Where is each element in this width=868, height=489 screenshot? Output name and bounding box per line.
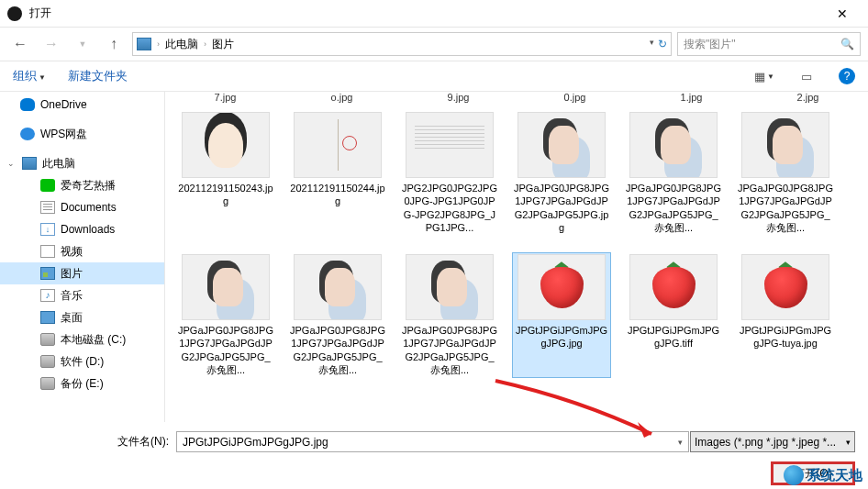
file-thumbnail[interactable]: JPGtJPGiJPGmJPGgJPG-tuya.jpg <box>736 252 835 378</box>
file-thumbnail[interactable]: JPGaJPG0JPG8JPG1JPG7JPGaJPGdJPG2JPGaJPG5… <box>736 110 835 236</box>
cutoff-row: 7.jpgo.jpg9.jpg0.jpg1.jpg2.jpg <box>172 92 861 103</box>
thumbnail-caption: JPGaJPG0JPG8JPG1JPG7JPGaJPGdJPG2JPGaJPG5… <box>514 182 609 234</box>
organize-menu[interactable]: 组织▼ <box>13 68 46 84</box>
watermark: 系统天地 <box>784 465 862 485</box>
file-thumbnail[interactable]: JPGtJPGiJPGmJPGgJPG.jpg <box>512 252 611 378</box>
download-icon <box>40 223 55 236</box>
iqiyi-icon <box>40 179 55 192</box>
thumbnail-image <box>517 254 606 320</box>
search-input[interactable]: 搜索"图片" 🔍 <box>677 32 861 56</box>
file-thumbnail[interactable]: 202112191150243.jpg <box>176 110 275 236</box>
thumbnail-caption: JPGaJPG0JPG8JPG1JPG7JPGaJPGdJPG2JPGaJPG5… <box>290 324 385 376</box>
thumbnail-caption: JPGtJPGiJPGmJPGgJPG.jpg <box>514 324 609 350</box>
up-button[interactable]: ↑ <box>101 32 127 56</box>
cutoff-label: 9.jpg <box>413 92 504 103</box>
chevron-right-icon: › <box>157 39 160 49</box>
cutoff-label: 2.jpg <box>762 92 853 103</box>
thumbnail-caption: JPG2JPG0JPG2JPG0JPG-JPG1JPG0JPG-JPG2JPG8… <box>402 182 497 234</box>
sidebar-onedrive[interactable]: OneDrive <box>0 94 164 116</box>
thumbnail-image <box>182 112 270 178</box>
globe-icon <box>784 465 804 485</box>
sidebar-pictures[interactable]: 图片 <box>0 262 164 284</box>
sidebar-music[interactable]: 音乐 <box>0 284 164 306</box>
sidebar-drive-c[interactable]: 本地磁盘 (C:) <box>0 328 164 350</box>
thumbnail-image <box>294 112 382 178</box>
thumbnail-image <box>406 254 494 320</box>
desktop-icon <box>40 311 55 324</box>
file-thumbnail[interactable]: JPGtJPGiJPGmJPGgJPG.tiff <box>624 252 723 378</box>
file-thumbnail[interactable]: JPGaJPG0JPG8JPG1JPG7JPGaJPGdJPG2JPGaJPG5… <box>512 110 611 236</box>
preview-pane-button[interactable]: ▭ <box>796 68 817 84</box>
drive-icon <box>40 377 55 390</box>
filetype-filter[interactable]: Images (*.png *.jpg *.jpeg *...▾ <box>690 431 855 452</box>
thumbnail-caption: JPGtJPGiJPGmJPGgJPG.tiff <box>626 324 721 350</box>
breadcrumb-folder[interactable]: 图片 <box>212 37 234 52</box>
thumbnail-image <box>629 254 718 320</box>
document-icon <box>40 201 55 214</box>
sidebar-videos[interactable]: 视频 <box>0 240 164 262</box>
file-panel[interactable]: 7.jpgo.jpg9.jpg0.jpg1.jpg2.jpg 202112191… <box>165 92 868 422</box>
cloud-icon <box>20 98 35 111</box>
window-title: 打开 <box>29 6 824 21</box>
filename-input[interactable] <box>176 431 689 452</box>
chevron-down-icon: ▾ <box>846 438 851 447</box>
thumbnail-caption: 202112191150244.jpg <box>290 182 385 208</box>
thumbnail-image <box>294 254 382 320</box>
sidebar: OneDrive WPS网盘 ⌄此电脑 爱奇艺热播 Documents Down… <box>0 92 165 422</box>
sidebar-iqiyi[interactable]: 爱奇艺热播 <box>0 174 164 196</box>
thumbnail-caption: 202112191150243.jpg <box>178 182 273 208</box>
thumbnail-caption: JPGtJPGiJPGmJPGgJPG-tuya.jpg <box>738 324 833 350</box>
view-options-button[interactable]: ▦▼ <box>754 68 774 84</box>
thumbnail-image <box>182 254 270 320</box>
file-thumbnail[interactable]: 202112191150244.jpg <box>288 110 387 236</box>
cutoff-label: 0.jpg <box>529 92 620 103</box>
back-button[interactable]: ← <box>7 32 33 56</box>
nav-bar: ← → ▼ ↑ › 此电脑 › 图片 ▾ ↻ 搜索"图片" 🔍 <box>0 28 868 61</box>
bottom-panel: 文件名(N): ▾ Images (*.png *.jpg *.jpeg *..… <box>0 422 868 489</box>
thumbnail-caption: JPGaJPG0JPG8JPG1JPG7JPGaJPGdJPG2JPGaJPG5… <box>738 182 833 234</box>
drive-icon <box>40 333 55 346</box>
filename-label: 文件名(N): <box>13 434 169 450</box>
file-thumbnail[interactable]: JPGaJPG0JPG8JPG1JPG7JPGaJPGdJPG2JPGaJPG5… <box>176 252 275 378</box>
thumbnail-image <box>517 112 606 178</box>
recent-dropdown[interactable]: ▼ <box>70 32 95 56</box>
address-dropdown-icon[interactable]: ▾ <box>650 38 654 50</box>
address-bar[interactable]: › 此电脑 › 图片 ▾ ↻ <box>132 32 672 56</box>
sidebar-downloads[interactable]: Downloads <box>0 218 164 240</box>
thumbnail-caption: JPGaJPG0JPG8JPG1JPG7JPGaJPGdJPG2JPGaJPG5… <box>178 324 273 376</box>
cutoff-label: o.jpg <box>296 92 387 103</box>
sidebar-drive-e[interactable]: 备份 (E:) <box>0 372 164 395</box>
search-icon: 🔍 <box>840 38 854 50</box>
file-thumbnail[interactable]: JPG2JPG0JPG2JPG0JPG-JPG1JPG0JPG-JPG2JPG8… <box>400 110 499 236</box>
pc-icon <box>137 38 151 50</box>
cutoff-label: 7.jpg <box>180 92 271 103</box>
sidebar-documents[interactable]: Documents <box>0 196 164 218</box>
file-thumbnail[interactable]: JPGaJPG0JPG8JPG1JPG7JPGaJPGdJPG2JPGaJPG5… <box>624 110 723 236</box>
sidebar-thispc[interactable]: ⌄此电脑 <box>0 152 164 174</box>
thumbnail-image <box>629 112 718 178</box>
music-icon <box>40 289 55 302</box>
thumbnail-caption: JPGaJPG0JPG8JPG1JPG7JPGaJPGdJPG2JPGaJPG5… <box>626 182 721 234</box>
help-icon[interactable]: ? <box>839 68 855 84</box>
breadcrumb-root[interactable]: 此电脑 <box>165 37 198 52</box>
sidebar-desktop[interactable]: 桌面 <box>0 306 164 328</box>
sidebar-drive-d[interactable]: 软件 (D:) <box>0 350 164 372</box>
cutoff-label: 1.jpg <box>646 92 737 103</box>
new-folder-button[interactable]: 新建文件夹 <box>68 68 128 84</box>
pc-icon <box>22 157 37 170</box>
picture-icon <box>40 267 55 280</box>
collapse-icon[interactable]: ⌄ <box>7 159 17 168</box>
refresh-icon[interactable]: ↻ <box>658 38 667 50</box>
title-bar: 打开 ✕ <box>0 0 868 28</box>
file-thumbnail[interactable]: JPGaJPG0JPG8JPG1JPG7JPGaJPGdJPG2JPGaJPG5… <box>288 252 387 378</box>
wps-icon <box>20 128 35 140</box>
thumbnail-caption: JPGaJPG0JPG8JPG1JPG7JPGaJPGdJPG2JPGaJPG5… <box>402 324 497 376</box>
file-thumbnail[interactable]: JPGaJPG0JPG8JPG1JPG7JPGaJPGdJPG2JPGaJPG5… <box>400 252 499 378</box>
filename-dropdown-icon[interactable]: ▾ <box>678 438 683 447</box>
search-placeholder: 搜索"图片" <box>684 37 736 52</box>
close-button[interactable]: ✕ <box>824 6 861 21</box>
video-icon <box>40 245 55 258</box>
forward-button[interactable]: → <box>39 32 64 56</box>
thumbnail-image <box>741 112 829 178</box>
sidebar-wps[interactable]: WPS网盘 <box>0 123 164 145</box>
